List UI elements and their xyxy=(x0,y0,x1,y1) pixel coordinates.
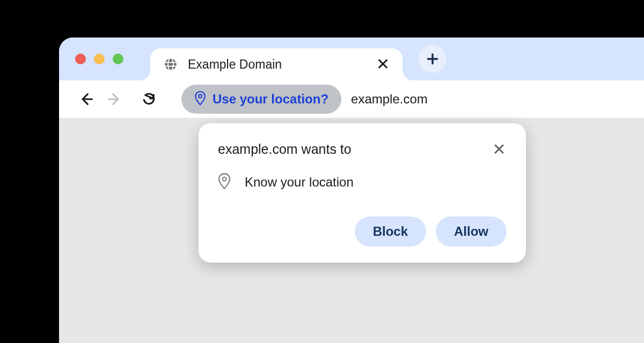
block-button[interactable]: Block xyxy=(355,217,426,247)
globe-icon xyxy=(163,57,178,72)
dialog-body-text: Know your location xyxy=(245,175,354,190)
minimize-window-button[interactable] xyxy=(94,54,105,64)
back-button[interactable] xyxy=(75,88,98,110)
forward-button[interactable] xyxy=(103,88,126,110)
permission-chip-text: Use your location? xyxy=(213,92,328,107)
new-tab-button[interactable] xyxy=(419,45,447,73)
tab-title: Example Domain xyxy=(188,57,367,72)
url-text: example.com xyxy=(351,92,428,107)
browser-window: Example Domain ✕ Use your lo xyxy=(59,38,644,343)
maximize-window-button[interactable] xyxy=(113,54,123,64)
permission-chip[interactable]: Use your location? xyxy=(181,85,341,114)
tab-strip: Example Domain ✕ xyxy=(59,38,644,80)
address-bar[interactable]: Use your location? example.com xyxy=(181,85,428,114)
window-controls xyxy=(75,54,123,64)
svg-point-3 xyxy=(199,95,202,98)
svg-point-4 xyxy=(223,177,226,181)
close-window-button[interactable] xyxy=(75,54,86,64)
location-pin-icon xyxy=(194,91,206,108)
toolbar: Use your location? example.com xyxy=(59,80,644,118)
close-tab-button[interactable]: ✕ xyxy=(376,56,390,72)
allow-button[interactable]: Allow xyxy=(436,217,507,247)
browser-tab[interactable]: Example Domain ✕ xyxy=(150,48,402,80)
location-pin-icon xyxy=(218,173,231,192)
reload-button[interactable] xyxy=(137,88,160,110)
dialog-title: example.com wants to xyxy=(218,141,352,157)
dialog-close-button[interactable] xyxy=(492,141,507,159)
permission-dialog: example.com wants to Know your location … xyxy=(199,123,526,263)
